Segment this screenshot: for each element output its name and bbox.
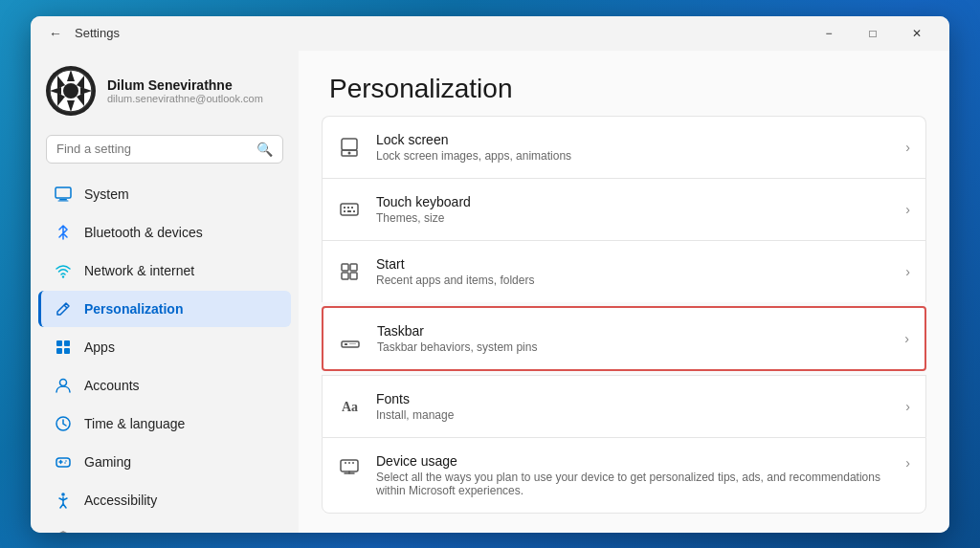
accessibility-icon bbox=[54, 491, 73, 510]
svg-rect-9 bbox=[56, 348, 62, 354]
device-usage-title: Device usage bbox=[376, 453, 890, 469]
fonts-icon: Aa bbox=[338, 395, 361, 418]
nav-item-accessibility[interactable]: Accessibility bbox=[38, 482, 291, 518]
device-usage-desc: Select all the ways you plan to use your… bbox=[376, 471, 890, 497]
svg-rect-7 bbox=[56, 340, 62, 346]
taskbar-title: Taskbar bbox=[377, 323, 889, 339]
window-controls: − □ ✕ bbox=[808, 18, 938, 49]
svg-rect-5 bbox=[58, 200, 69, 201]
nav-item-time[interactable]: Time & language bbox=[38, 406, 291, 442]
svg-point-2 bbox=[63, 83, 78, 99]
nav-item-network[interactable]: Network & internet bbox=[38, 252, 291, 289]
svg-point-18 bbox=[61, 493, 65, 496]
nav-label-accessibility: Accessibility bbox=[84, 493, 157, 508]
svg-rect-35 bbox=[349, 343, 356, 344]
touch-keyboard-chevron: › bbox=[905, 202, 910, 217]
fonts-desc: Install, manage bbox=[376, 408, 890, 422]
touch-keyboard-desc: Themes, size bbox=[376, 211, 890, 225]
svg-rect-25 bbox=[351, 207, 353, 208]
device-usage-icon bbox=[338, 455, 361, 478]
maximize-button[interactable]: □ bbox=[852, 18, 894, 49]
svg-rect-24 bbox=[347, 207, 349, 208]
touch-keyboard-content: Touch keyboard Themes, size bbox=[376, 194, 890, 225]
nav-label-network: Network & internet bbox=[84, 263, 194, 278]
taskbar-desc: Taskbar behaviors, system pins bbox=[377, 340, 889, 354]
touch-keyboard-title: Touch keyboard bbox=[376, 194, 890, 209]
svg-rect-26 bbox=[344, 210, 345, 212]
start-content: Start Recent apps and items, folders bbox=[376, 256, 890, 287]
start-desc: Recent apps and items, folders bbox=[376, 274, 890, 287]
fonts-chevron: › bbox=[905, 399, 910, 414]
svg-point-21 bbox=[348, 151, 351, 154]
nav-item-personalization[interactable]: Personalization bbox=[38, 291, 291, 327]
keyboard-icon bbox=[338, 198, 361, 221]
settings-item-fonts[interactable]: Aa Fonts Install, manage › bbox=[322, 375, 926, 437]
svg-rect-28 bbox=[353, 210, 355, 212]
window-content: Dilum Senevirathne dilum.senevirathne@ou… bbox=[31, 51, 949, 533]
apps-icon bbox=[54, 338, 73, 357]
window-title: Settings bbox=[75, 26, 808, 40]
close-button[interactable]: ✕ bbox=[896, 18, 938, 49]
svg-rect-32 bbox=[350, 273, 357, 279]
pencil-icon bbox=[54, 299, 73, 318]
accounts-icon bbox=[54, 376, 73, 395]
svg-rect-27 bbox=[347, 210, 351, 212]
shield-icon bbox=[54, 529, 73, 533]
nav-label-personalization: Personalization bbox=[84, 301, 183, 317]
svg-rect-31 bbox=[342, 273, 348, 279]
lock-screen-icon bbox=[338, 136, 361, 159]
svg-rect-29 bbox=[342, 264, 348, 271]
taskbar-chevron: › bbox=[904, 331, 909, 346]
svg-rect-10 bbox=[64, 348, 70, 354]
settings-item-start[interactable]: Start Recent apps and items, folders › bbox=[322, 240, 926, 302]
lock-screen-chevron: › bbox=[905, 140, 910, 155]
search-box[interactable]: 🔍 bbox=[46, 135, 283, 164]
nav-item-system[interactable]: System bbox=[38, 176, 291, 212]
svg-rect-4 bbox=[59, 199, 67, 201]
svg-point-40 bbox=[352, 462, 354, 464]
minimize-button[interactable]: − bbox=[808, 18, 850, 49]
device-usage-content: Device usage Select all the ways you pla… bbox=[376, 453, 890, 497]
search-icon: 🔍 bbox=[256, 142, 273, 157]
nav-item-gaming[interactable]: Gaming bbox=[38, 444, 291, 480]
system-icon bbox=[54, 185, 73, 204]
settings-item-taskbar[interactable]: Taskbar Taskbar behaviors, system pins › bbox=[322, 306, 926, 371]
lock-screen-content: Lock screen Lock screen images, apps, an… bbox=[376, 132, 890, 163]
lock-screen-desc: Lock screen images, apps, animations bbox=[376, 149, 890, 163]
fonts-content: Fonts Install, manage bbox=[376, 391, 890, 422]
settings-list: Lock screen Lock screen images, apps, an… bbox=[299, 116, 949, 533]
nav-item-bluetooth[interactable]: Bluetooth & devices bbox=[38, 214, 291, 251]
nav-label-privacy: Privacy & security bbox=[84, 531, 190, 533]
user-profile: Dilum Senevirathne dilum.senevirathne@ou… bbox=[31, 55, 299, 127]
svg-rect-30 bbox=[350, 264, 357, 271]
main-content: Personalization Lock screen Lock scree bbox=[299, 51, 949, 533]
user-email: dilum.senevirathne@outlook.com bbox=[107, 93, 263, 104]
sidebar: Dilum Senevirathne dilum.senevirathne@ou… bbox=[31, 51, 299, 533]
svg-text:Aa: Aa bbox=[342, 400, 358, 414]
nav-label-system: System bbox=[84, 186, 129, 202]
bluetooth-icon bbox=[54, 223, 73, 242]
back-button[interactable]: ← bbox=[42, 20, 69, 47]
settings-item-device-usage[interactable]: Device usage Select all the ways you pla… bbox=[322, 437, 926, 514]
settings-window: ← Settings − □ ✕ bbox=[31, 16, 949, 533]
svg-rect-34 bbox=[345, 343, 347, 345]
svg-point-38 bbox=[345, 462, 346, 464]
nav-item-privacy[interactable]: Privacy & security bbox=[38, 520, 291, 533]
nav-item-apps[interactable]: Apps bbox=[38, 329, 291, 365]
settings-item-touch-keyboard[interactable]: Touch keyboard Themes, size › bbox=[322, 178, 926, 240]
clock-icon bbox=[54, 414, 73, 433]
svg-point-17 bbox=[64, 462, 66, 464]
user-name: Dilum Senevirathne bbox=[107, 77, 263, 93]
page-title: Personalization bbox=[329, 74, 919, 104]
taskbar-content: Taskbar Taskbar behaviors, system pins bbox=[377, 323, 889, 354]
search-input[interactable] bbox=[56, 142, 251, 156]
nav-item-accounts[interactable]: Accounts bbox=[38, 367, 291, 404]
user-info: Dilum Senevirathne dilum.senevirathne@ou… bbox=[107, 77, 263, 104]
page-header: Personalization bbox=[299, 51, 949, 116]
svg-point-11 bbox=[60, 379, 67, 385]
avatar bbox=[46, 66, 96, 116]
titlebar: ← Settings − □ ✕ bbox=[31, 16, 949, 51]
settings-item-lock-screen[interactable]: Lock screen Lock screen images, apps, an… bbox=[322, 116, 926, 178]
svg-point-39 bbox=[348, 462, 350, 464]
svg-rect-3 bbox=[56, 187, 71, 198]
